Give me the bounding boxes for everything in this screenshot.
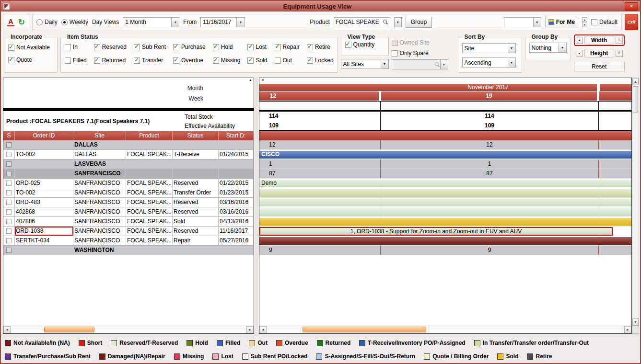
checkbox-item[interactable]: ✓Lost bbox=[247, 44, 267, 50]
exit-button[interactable]: Exit bbox=[625, 14, 638, 30]
for-me-button[interactable]: For Me bbox=[545, 16, 578, 28]
scroll-thumb[interactable] bbox=[633, 86, 638, 113]
radio-icon[interactable] bbox=[36, 19, 43, 25]
sold-bar[interactable] bbox=[259, 218, 631, 226]
table-row[interactable]: WASHINGTON bbox=[3, 246, 254, 255]
scroll-track[interactable] bbox=[267, 326, 624, 333]
row-select-cell[interactable] bbox=[3, 217, 15, 226]
checkbox-item[interactable]: ✓Overdue bbox=[173, 57, 206, 64]
checkbox[interactable] bbox=[392, 40, 398, 46]
timeline-row[interactable]: 11 bbox=[259, 159, 631, 169]
from-date-input[interactable]: 11/16/2017 ▼ bbox=[200, 17, 245, 27]
chevron-down-icon[interactable]: ▼ bbox=[533, 18, 541, 27]
scroll-right-button[interactable]: ► bbox=[246, 326, 254, 333]
checkbox[interactable]: ✓ bbox=[213, 44, 219, 50]
search-icon[interactable] bbox=[383, 19, 388, 25]
table-row[interactable]: TO-002DALLASFOCAL SPEAK...T-Receive01/24… bbox=[3, 150, 254, 159]
checkbox-item[interactable]: Default bbox=[591, 19, 618, 25]
table-row[interactable]: TO-002SANFRANCISCOFOCAL SPEAK...Transfer… bbox=[3, 188, 254, 198]
row-select-cell[interactable] bbox=[3, 169, 15, 178]
spin-down-button[interactable]: ▾ bbox=[582, 23, 587, 27]
checkbox-item[interactable]: ✓Repair bbox=[275, 44, 300, 50]
checkbox[interactable]: ✓ bbox=[94, 57, 100, 64]
row-select-cell[interactable] bbox=[3, 207, 15, 216]
scroll-left-button[interactable]: ◄ bbox=[3, 326, 11, 333]
timeline-row[interactable]: 99 bbox=[259, 246, 631, 255]
timeline-vscrollbar[interactable]: ▲ ▼ bbox=[632, 78, 639, 334]
width-minus-button[interactable]: - bbox=[576, 37, 583, 44]
checkbox[interactable]: ✓ bbox=[173, 44, 179, 50]
row-checkbox-icon[interactable] bbox=[6, 238, 12, 243]
scroll-track[interactable] bbox=[11, 326, 246, 333]
table-row[interactable]: DALLAS bbox=[3, 140, 254, 150]
checkbox-item[interactable]: Out bbox=[275, 57, 300, 64]
row-select-cell[interactable] bbox=[3, 188, 15, 197]
row-checkbox-icon[interactable] bbox=[6, 228, 12, 234]
timeline-hscrollbar[interactable]: ◄ ► bbox=[259, 326, 631, 333]
checkbox-item[interactable]: ✓Sold bbox=[247, 57, 267, 64]
sites-select[interactable]: All Sites ▼ bbox=[341, 59, 389, 69]
timeline-row[interactable]: 8787 bbox=[259, 169, 631, 179]
checkbox[interactable]: ✓ bbox=[8, 45, 14, 51]
group-button[interactable]: Group bbox=[406, 17, 432, 28]
table-row[interactable]: 407886SANFRANCISCOFOCAL SPEAK...Sold04/1… bbox=[3, 217, 254, 227]
group-by-select[interactable]: Nothing ▼ bbox=[529, 43, 567, 53]
row-select-cell[interactable] bbox=[3, 236, 15, 245]
appearance-icon[interactable]: A bbox=[7, 18, 14, 26]
reserved-bar[interactable] bbox=[259, 208, 631, 216]
width-plus-button[interactable]: + bbox=[616, 37, 623, 44]
spin-up-button[interactable]: ▴ bbox=[582, 17, 587, 22]
table-row[interactable]: LASVEGAS bbox=[3, 159, 254, 169]
checkbox-item[interactable]: ✓Transfer bbox=[134, 57, 166, 64]
table-row[interactable]: ORD-025SANFRANCISCOFOCAL SPEAK...Reserve… bbox=[3, 179, 254, 188]
checkbox[interactable]: ✓ bbox=[94, 44, 100, 50]
row-select-cell[interactable] bbox=[3, 140, 15, 149]
table-row[interactable]: 402868SANFRANCISCOFOCAL SPEAK...Reserved… bbox=[3, 207, 254, 217]
checkbox-item[interactable]: ✓Sub Rent bbox=[134, 44, 166, 50]
scroll-right-button[interactable]: ► bbox=[624, 326, 631, 333]
timeline-row[interactable]: CISCO bbox=[259, 150, 631, 159]
checkbox-item[interactable]: ✓Quantity bbox=[345, 41, 385, 48]
product-dropdown-button[interactable]: ▼ bbox=[394, 17, 402, 27]
table-row[interactable]: SERTKT-034SANFRANCISCOFOCAL SPEAK...Repa… bbox=[3, 236, 254, 246]
close-button[interactable]: × bbox=[625, 2, 638, 11]
column-header-site[interactable]: Site bbox=[73, 131, 126, 140]
reserved-bar[interactable] bbox=[259, 199, 631, 206]
collapse-left-icon[interactable]: ◄ bbox=[261, 78, 264, 81]
table-row[interactable]: ORD-483SANFRANCISCOFOCAL SPEAK...Reserve… bbox=[3, 198, 254, 207]
checkbox[interactable]: ✓ bbox=[275, 44, 281, 50]
chevron-down-icon[interactable]: ▼ bbox=[559, 43, 566, 52]
checkbox[interactable]: ✓ bbox=[213, 57, 219, 64]
checkbox-item[interactable]: ✓Hold bbox=[213, 44, 241, 50]
timeline-row[interactable]: Demo bbox=[259, 179, 631, 188]
day-views-select[interactable]: 1 Month ▼ bbox=[123, 17, 179, 27]
checkbox-item[interactable]: Only Spare bbox=[392, 50, 455, 57]
row-select-cell[interactable] bbox=[3, 198, 15, 207]
reset-button[interactable]: Reset bbox=[574, 62, 625, 71]
column-header-select[interactable]: S bbox=[3, 131, 15, 140]
checkbox[interactable] bbox=[591, 19, 597, 25]
row-select-cell[interactable] bbox=[3, 159, 15, 169]
scroll-track[interactable] bbox=[632, 85, 639, 318]
reserved-bar[interactable]: Demo bbox=[259, 180, 631, 187]
timeline-row[interactable] bbox=[259, 207, 631, 217]
row-select-cell[interactable] bbox=[3, 246, 15, 255]
table-row[interactable]: ORD-1038SANFRANCISCOFOCAL SPEAK...Reserv… bbox=[3, 227, 254, 236]
sort-direction-select[interactable]: Ascending ▼ bbox=[462, 57, 516, 68]
scroll-thumb[interactable] bbox=[303, 327, 426, 332]
checkbox[interactable]: ✓ bbox=[8, 57, 14, 63]
row-checkbox-icon[interactable] bbox=[6, 181, 12, 186]
checkbox[interactable] bbox=[392, 50, 398, 57]
checkbox[interactable] bbox=[65, 57, 71, 64]
scroll-left-button[interactable]: ◄ bbox=[259, 326, 267, 333]
checkbox-item[interactable]: Filled bbox=[65, 57, 87, 64]
checkbox-item[interactable]: ✓Purchase bbox=[173, 44, 206, 50]
timeline-row[interactable] bbox=[259, 217, 631, 227]
refresh-icon[interactable]: ↻ bbox=[18, 18, 25, 26]
timeline-row[interactable] bbox=[259, 236, 631, 246]
checkbox-item[interactable]: ✓Missing bbox=[213, 57, 241, 64]
height-minus-button[interactable]: - bbox=[576, 50, 583, 57]
row-checkbox-icon[interactable] bbox=[6, 142, 12, 148]
timeline-row[interactable] bbox=[259, 198, 631, 207]
reserved-bar[interactable]: 1, ORD-1038 - Support for Zoom-in and Zo… bbox=[259, 227, 613, 236]
